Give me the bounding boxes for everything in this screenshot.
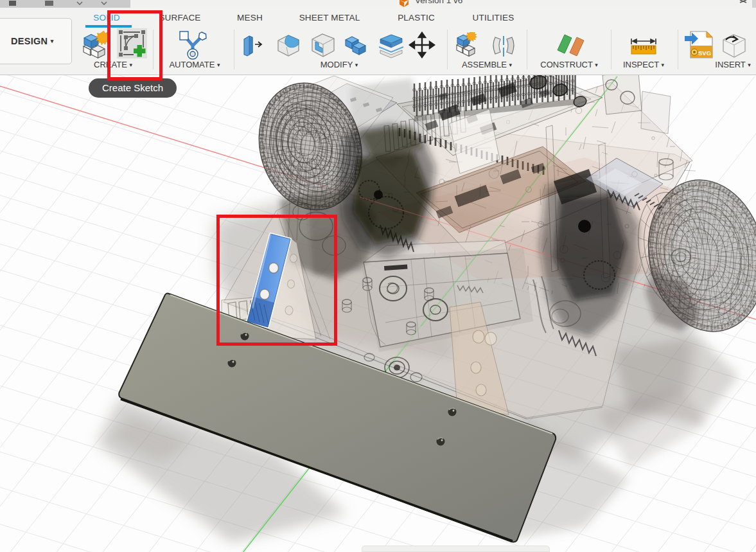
svg-text:SVG: SVG [698, 49, 711, 57]
